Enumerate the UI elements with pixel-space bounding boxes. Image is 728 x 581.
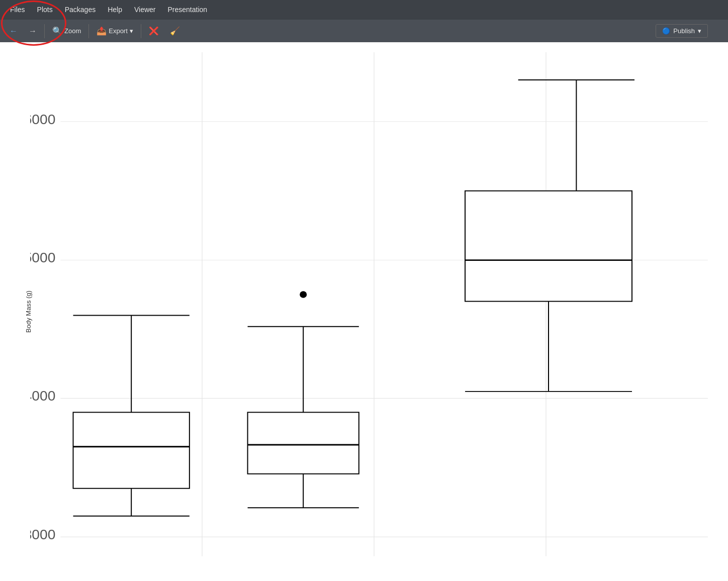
publish-dropdown-icon: ▾ (698, 27, 701, 35)
toolbar: ← → 🔍 Zoom 📤 Export ▾ ❌ 🧹 🔵 Publish ▾ (0, 19, 728, 42)
svg-rect-13 (73, 412, 190, 488)
zoom-button[interactable]: 🔍 Zoom (47, 23, 86, 39)
menu-viewer[interactable]: Viewer (128, 3, 162, 17)
menu-bar: Files Plots Packages Help Viewer Present… (0, 0, 728, 19)
export-icon: 📤 (97, 26, 107, 36)
export-label: Export (109, 27, 128, 35)
back-icon: ← (10, 27, 18, 36)
chart-container: 6000 5000 4000 3000 (30, 52, 718, 566)
publish-button[interactable]: 🔵 Publish ▾ (656, 24, 708, 38)
separator-1 (44, 24, 45, 38)
menu-plots[interactable]: Plots (31, 3, 59, 17)
broom-button[interactable]: 🧹 (164, 23, 186, 39)
separator-3 (141, 24, 141, 38)
clear-icon: ❌ (149, 26, 159, 36)
menu-help[interactable]: Help (102, 3, 128, 17)
back-button[interactable]: ← (4, 24, 23, 39)
forward-icon: → (29, 27, 37, 36)
separator-2 (88, 24, 89, 38)
svg-rect-19 (248, 412, 359, 473)
svg-text:6000: 6000 (30, 112, 55, 127)
svg-text:3000: 3000 (30, 527, 55, 542)
menu-packages[interactable]: Packages (59, 3, 102, 17)
forward-button[interactable]: → (23, 24, 42, 39)
export-dropdown-icon: ▾ (130, 27, 133, 35)
publish-icon: 🔵 (662, 27, 670, 35)
chart-svg: 6000 5000 4000 3000 (30, 52, 718, 566)
svg-text:5000: 5000 (30, 250, 55, 265)
zoom-label: Zoom (64, 27, 81, 35)
export-button[interactable]: 📤 Export ▾ (91, 23, 139, 39)
plot-area: Body Mass (g) 6000 5000 (0, 42, 728, 581)
broom-icon: 🧹 (170, 26, 180, 36)
svg-text:4000: 4000 (30, 389, 55, 404)
svg-point-23 (300, 291, 307, 298)
app-container: Files Plots Packages Help Viewer Present… (0, 0, 728, 581)
svg-rect-26 (465, 191, 632, 302)
menu-presentation[interactable]: Presentation (162, 3, 214, 17)
publish-label: Publish (673, 27, 695, 35)
zoom-icon: 🔍 (52, 26, 62, 36)
menu-files[interactable]: Files (4, 3, 31, 17)
clear-button[interactable]: ❌ (143, 23, 164, 39)
